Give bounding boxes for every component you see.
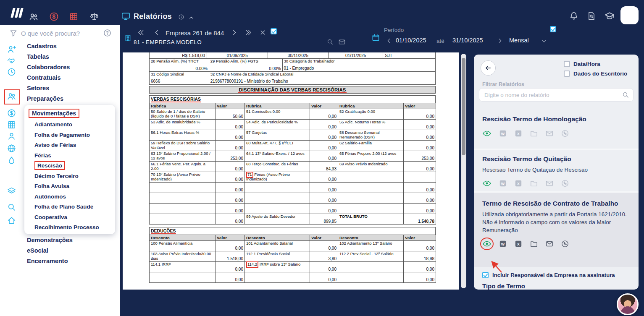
sidebar-item-encerramento[interactable]: Encerramento	[27, 256, 73, 266]
company-search-icon[interactable]	[326, 38, 334, 45]
person-icon[interactable]	[7, 131, 16, 141]
help-icon[interactable]	[103, 29, 112, 37]
submenu-item-autonomos[interactable]: Autônomos	[34, 192, 115, 202]
folder-icon[interactable]	[530, 179, 538, 188]
filter-reports-input[interactable]	[479, 88, 633, 102]
movimentacoes-submenu: Movimentações AdiantamentoFolha de Pagam…	[24, 105, 115, 234]
doc-col-header: Valor	[404, 235, 436, 241]
sidebar-item-contratuais[interactable]: Contratuais	[27, 73, 70, 83]
excel-icon[interactable]: X	[514, 179, 523, 188]
doc-table-row: 56.1 Horas Extras Horas %0,0057 Gorjetas…	[150, 130, 436, 141]
period-start-date[interactable]: 01/10/2025	[396, 37, 426, 44]
sidebar-item-tabelas[interactable]: Tabelas	[27, 52, 70, 62]
word-icon[interactable]: W	[499, 179, 507, 188]
globe-icon[interactable]	[7, 144, 16, 153]
submenu-item-adiantamento[interactable]: Adiantamento	[34, 120, 115, 130]
report-card-rescisao-termo-de-homologacao[interactable]: Rescisão Termo de HomologaçãoWX	[474, 108, 639, 149]
next-company-button[interactable]	[230, 29, 238, 37]
eye-icon[interactable]	[482, 239, 492, 248]
collapse-chevron-icon[interactable]	[188, 15, 195, 21]
eye-icon[interactable]	[482, 179, 492, 188]
doc-valor-cell: 0,00	[404, 141, 436, 151]
submenu-item-recolhimento-processo[interactable]: Recolhimento Processo	[34, 222, 115, 233]
submenu-item-ferias[interactable]: Férias	[34, 151, 115, 161]
dollar-icon[interactable]	[7, 108, 16, 118]
include-signature-row[interactable]: Incluir Responsável da Empresa na assina…	[474, 267, 639, 278]
next-period-button[interactable]	[497, 37, 503, 44]
billing-dollar-icon[interactable]	[49, 11, 59, 22]
filter-icon[interactable]	[9, 29, 18, 37]
sidebar-item-cadastros[interactable]: Cadastros	[27, 41, 70, 52]
sidebar-item-colaboradores[interactable]: Colaboradores	[27, 62, 70, 73]
word-icon[interactable]: W	[499, 129, 507, 138]
envelope-icon[interactable]	[545, 179, 554, 188]
submenu-item-folha-de-plano-saude[interactable]: Folha de Plano Saúde	[34, 202, 115, 212]
office-data-checkbox[interactable]	[564, 71, 570, 77]
frequency-chevron-icon[interactable]	[541, 38, 547, 44]
period-calendar-icon	[371, 33, 380, 42]
envelope-icon[interactable]	[545, 129, 554, 138]
profile-avatar[interactable]	[620, 6, 639, 24]
clock-icon[interactable]	[7, 67, 16, 77]
people-icon[interactable]	[29, 12, 39, 22]
info-icon[interactable]	[178, 14, 184, 20]
folder-icon[interactable]	[530, 129, 538, 138]
envelope-icon[interactable]	[545, 240, 554, 248]
filter-search-icon[interactable]	[622, 91, 629, 99]
period-frequency-select[interactable]: Mensal	[509, 37, 529, 44]
home-icon[interactable]	[7, 216, 16, 225]
eye-icon[interactable]	[482, 129, 492, 138]
period-checkbox[interactable]	[550, 26, 556, 32]
people-icon[interactable]	[7, 91, 16, 101]
submenu-item-rescisao[interactable]: Rescisão	[34, 161, 115, 171]
sidebar-item-setores[interactable]: Setores	[27, 83, 70, 94]
layers-icon[interactable]	[7, 186, 16, 196]
notifications-bell-icon[interactable]	[569, 11, 579, 21]
handshake-icon[interactable]	[7, 56, 16, 65]
submenu-item-folha-avulsa[interactable]: Folha Avulsa	[34, 181, 115, 192]
scale-icon[interactable]	[89, 11, 100, 22]
sidebar-item-preparacoes[interactable]: Preparações	[27, 94, 70, 104]
submenu-item-aviso-de-ferias[interactable]: Aviso de Férias	[34, 140, 115, 151]
excel-icon[interactable]: X	[514, 240, 523, 248]
back-button[interactable]	[481, 60, 496, 76]
sidebar-icon-strip	[0, 0, 25, 316]
sidebar-item-esocial[interactable]: eSocial	[27, 245, 73, 256]
training-cap-icon[interactable]	[604, 10, 615, 21]
global-search-input[interactable]	[21, 28, 99, 39]
clear-company-icon[interactable]	[259, 29, 266, 36]
include-signature-checkbox[interactable]	[482, 272, 489, 278]
submenu-item-folha-de-pagamento[interactable]: Folha de Pagamento	[34, 130, 115, 141]
submenu-item-cooperativa[interactable]: Cooperativa	[34, 212, 115, 223]
document-search-icon[interactable]	[586, 11, 597, 21]
first-company-button[interactable]	[137, 29, 145, 37]
report-card-termo-de-rescisao-de-contrato-de-trabalho[interactable]: Termo de Rescisão de Contrato de Trabalh…	[474, 191, 639, 267]
grid-icon[interactable]	[7, 120, 16, 130]
prev-period-button[interactable]	[386, 37, 392, 44]
word-icon[interactable]: W	[499, 240, 507, 248]
whatsapp-icon[interactable]	[561, 129, 569, 138]
datetime-option[interactable]: Data/Hora	[564, 61, 600, 67]
folder-icon[interactable]	[530, 240, 538, 248]
user-add-icon[interactable]	[7, 44, 16, 54]
office-data-option[interactable]: Dados do Escritório	[564, 71, 627, 77]
sidebar-item-demonstracoes[interactable]: Demonstrações	[27, 235, 73, 245]
search-icon[interactable]	[7, 202, 16, 212]
prev-company-button[interactable]	[153, 29, 161, 37]
last-company-button[interactable]	[244, 29, 252, 37]
submenu-header-movimentacoes[interactable]: Movimentações	[29, 109, 79, 118]
submenu-item-decimo-terceiro[interactable]: Décimo Terceiro	[34, 171, 115, 182]
company-mail-icon[interactable]	[338, 38, 346, 46]
whatsapp-icon[interactable]	[561, 179, 569, 188]
payroll-grid-icon[interactable]	[69, 12, 79, 21]
support-avatar[interactable]	[617, 293, 639, 315]
period-end-date[interactable]: 31/10/2025	[452, 37, 483, 44]
drop-icon[interactable]	[7, 156, 16, 165]
datetime-checkbox[interactable]	[564, 61, 570, 67]
whatsapp-icon[interactable]	[561, 240, 569, 248]
company-select-checkbox[interactable]	[271, 28, 277, 34]
excel-icon[interactable]: X	[514, 129, 523, 138]
scrollbar-thumb[interactable]	[462, 58, 465, 155]
document-scrollbar[interactable]	[461, 54, 466, 288]
report-card-rescisao-termo-de-quitacao[interactable]: Rescisão Termo de QuitaçãoRescisão Termo…	[474, 149, 639, 191]
